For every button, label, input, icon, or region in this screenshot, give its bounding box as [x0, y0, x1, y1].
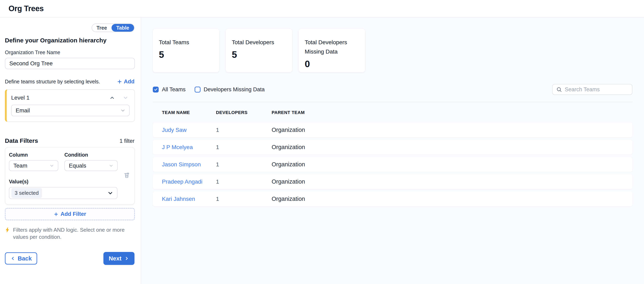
- team-link[interactable]: Judy Saw: [162, 127, 216, 133]
- team-link[interactable]: Kari Jahnsen: [162, 196, 216, 202]
- trash-icon: [124, 171, 130, 178]
- chevron-down-icon[interactable]: [123, 95, 128, 101]
- developer-count: 1: [216, 161, 272, 168]
- missing-data-label: Developers Missing Data: [204, 86, 265, 93]
- team-link[interactable]: Jason Simpson: [162, 161, 216, 168]
- filter-condition-select[interactable]: Equals: [64, 160, 118, 171]
- org-trees-app: Org Trees Tree Table Define your Organiz…: [0, 0, 644, 284]
- chevron-down-icon: [107, 190, 113, 196]
- add-filter-button[interactable]: Add Filter: [5, 208, 135, 220]
- search-teams-input[interactable]: [565, 86, 628, 93]
- levels-hint: Define teams structure by selecting leve…: [5, 79, 100, 85]
- tree-name-input[interactable]: [5, 58, 135, 69]
- stat-card-total-developers: Total Developers 5: [226, 29, 292, 72]
- stat-label: Total Teams: [159, 38, 206, 47]
- plus-icon: [54, 212, 58, 217]
- chevron-up-icon[interactable]: [109, 95, 115, 101]
- search-icon: [556, 87, 562, 92]
- all-teams-checkbox[interactable]: All Teams: [153, 86, 186, 93]
- level-header: Level 1: [11, 95, 130, 101]
- filter-checkboxes: All Teams Developers Missing Data: [153, 86, 265, 93]
- next-button[interactable]: Next: [104, 252, 134, 265]
- values-label: Value(s): [9, 179, 130, 185]
- column-header-team-name: TEAM NAME: [162, 110, 216, 115]
- config-sidebar: Tree Table Define your Organization hier…: [0, 17, 141, 284]
- condition-value: Equals: [69, 162, 86, 169]
- level-card: Level 1 Email: [5, 89, 135, 122]
- team-link[interactable]: J P Mcelyea: [162, 144, 216, 150]
- team-row: J P Mcelyea 1 Organization: [153, 140, 632, 154]
- stat-label: Total Developers Missing Data: [305, 38, 352, 56]
- view-toggle-row: Tree Table: [5, 23, 134, 32]
- stat-card-total-teams: Total Teams 5: [153, 29, 219, 72]
- teams-overview: Total Teams 5 Total Developers 5 Total D…: [141, 17, 644, 284]
- back-button[interactable]: Back: [5, 252, 37, 265]
- levels-hint-row: Define teams structure by selecting leve…: [5, 79, 134, 85]
- stat-value: 5: [232, 49, 286, 60]
- chevron-left-icon: [10, 256, 15, 261]
- missing-data-checkbox[interactable]: Developers Missing Data: [194, 86, 265, 93]
- chevron-down-icon: [49, 163, 54, 168]
- parent-team: Organization: [272, 196, 632, 202]
- filter-condition-field: Condition Equals: [64, 152, 118, 171]
- back-label: Back: [18, 255, 32, 262]
- filters-note-text: Filters apply with AND logic. Select one…: [13, 226, 129, 241]
- stat-value: 0: [305, 58, 359, 69]
- plus-icon: [117, 79, 122, 84]
- tree-name-label: Organization Tree Name: [5, 49, 134, 55]
- filter-column-field: Column Team: [9, 152, 58, 171]
- team-row: Jason Simpson 1 Organization: [153, 157, 632, 172]
- column-header-developers: DEVELOPERS: [216, 110, 272, 115]
- sidebar-heading: Define your Organization hierarchy: [5, 37, 134, 44]
- toggle-table[interactable]: Table: [112, 24, 134, 32]
- content: Tree Table Define your Organization hier…: [0, 17, 644, 284]
- level-reorder-controls: [109, 95, 128, 101]
- chevron-down-icon: [109, 163, 114, 168]
- filter-card: Column Team Condition Equals: [5, 147, 135, 205]
- section-divider: [153, 102, 632, 102]
- team-row: Pradeep Angadi 1 Organization: [153, 174, 632, 189]
- add-level-button[interactable]: Add: [117, 79, 134, 85]
- filter-count-badge: 1 filter: [120, 138, 134, 144]
- table-header-row: TEAM NAME DEVELOPERS PARENT TEAM: [153, 110, 632, 115]
- toggle-tree[interactable]: Tree: [92, 24, 111, 32]
- parent-team: Organization: [272, 127, 632, 133]
- column-value: Team: [14, 162, 27, 169]
- level-title: Level 1: [11, 95, 30, 101]
- team-row: Kari Jahnsen 1 Organization: [153, 191, 632, 206]
- add-level-label: Add: [124, 79, 134, 85]
- checkbox-unchecked-icon: [194, 87, 200, 93]
- filters-note: Filters apply with AND logic. Select one…: [5, 226, 129, 241]
- view-toggle[interactable]: Tree Table: [92, 23, 134, 32]
- selected-count-chip: 3 selected: [12, 188, 42, 198]
- page-title: Org Trees: [8, 4, 44, 13]
- developer-count: 1: [216, 144, 272, 150]
- teams-table-body: Judy Saw 1 Organization J P Mcelyea 1 Or…: [153, 123, 632, 206]
- filter-values-select[interactable]: 3 selected: [9, 187, 118, 199]
- search-teams[interactable]: [552, 84, 632, 95]
- chevron-down-icon: [120, 108, 126, 113]
- stat-value: 5: [159, 49, 213, 60]
- app-header: Org Trees: [0, 0, 644, 17]
- delete-filter-button[interactable]: [124, 171, 130, 178]
- developer-count: 1: [216, 196, 272, 202]
- stats-row: Total Teams 5 Total Developers 5 Total D…: [153, 29, 632, 72]
- parent-team: Organization: [272, 178, 632, 185]
- condition-label: Condition: [64, 152, 118, 158]
- level-field-select[interactable]: Email: [11, 105, 130, 116]
- checkbox-checked-icon: [153, 87, 159, 93]
- data-filters-title: Data Filters: [5, 137, 38, 144]
- next-label: Next: [109, 255, 122, 262]
- column-label: Column: [9, 152, 58, 158]
- developer-count: 1: [216, 127, 272, 133]
- team-row: Judy Saw 1 Organization: [153, 123, 632, 137]
- team-link[interactable]: Pradeep Angadi: [162, 178, 216, 185]
- data-filters-header: Data Filters 1 filter: [5, 137, 134, 144]
- add-filter-label: Add Filter: [60, 211, 86, 217]
- column-header-parent-team: PARENT TEAM: [272, 110, 632, 115]
- filter-column-select[interactable]: Team: [9, 160, 58, 171]
- stat-label: Total Developers: [232, 38, 280, 47]
- parent-team: Organization: [272, 144, 632, 150]
- developer-count: 1: [216, 178, 272, 185]
- parent-team: Organization: [272, 161, 632, 168]
